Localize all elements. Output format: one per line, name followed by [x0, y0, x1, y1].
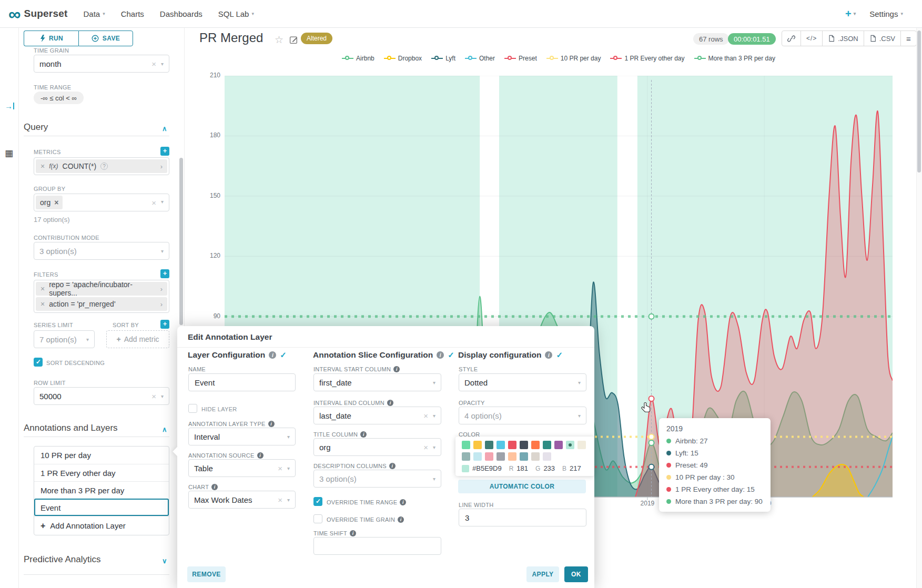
edit-properties-icon[interactable] — [289, 35, 298, 46]
nav-item-sql-lab[interactable]: SQL Lab▾ — [218, 9, 254, 18]
color-swatch[interactable] — [497, 452, 505, 461]
color-swatch[interactable] — [543, 441, 551, 449]
info-icon[interactable]: i — [268, 421, 275, 427]
color-swatch[interactable] — [543, 452, 551, 461]
legend-item[interactable]: Lyft — [431, 55, 455, 62]
name-input[interactable] — [188, 373, 296, 391]
altered-badge[interactable]: Altered — [301, 33, 332, 44]
add-metric-button[interactable]: + — [160, 147, 169, 156]
chevron-right-icon[interactable]: › — [160, 163, 163, 170]
panel-scrollbar[interactable] — [179, 158, 183, 325]
legend-item[interactable]: Preset — [504, 55, 537, 62]
color-swatch[interactable] — [462, 441, 470, 449]
annotation-layer-item[interactable]: Event — [34, 499, 169, 516]
row-limit-select[interactable]: 50000 ×▾ — [34, 387, 169, 405]
opacity-select[interactable]: 4 option(s) ▾ — [459, 407, 586, 424]
annotation-source-select[interactable]: Table ×▾ — [188, 459, 296, 477]
ok-button[interactable]: OK — [564, 566, 588, 582]
collapse-datapanel-icon[interactable]: → — [5, 102, 14, 110]
legend-item[interactable]: 10 PR per day — [546, 55, 601, 62]
color-swatch[interactable] — [554, 441, 563, 449]
more-options-button[interactable]: ≡ — [900, 31, 916, 46]
apply-button[interactable]: APPLY — [526, 566, 559, 582]
hex-value[interactable]: #B5E9D9 — [472, 464, 502, 472]
info-icon[interactable]: i — [350, 530, 356, 536]
info-icon[interactable]: i — [257, 452, 264, 459]
clear-icon[interactable]: × — [423, 443, 428, 451]
run-button[interactable]: RUN — [24, 31, 78, 46]
color-swatch[interactable] — [531, 452, 540, 461]
embed-code-button[interactable]: </> — [801, 31, 822, 46]
chart-select[interactable]: Max Work Dates ×▾ — [188, 491, 296, 509]
color-swatch[interactable] — [520, 441, 528, 449]
new-item-button[interactable]: + ▾ — [845, 8, 856, 20]
series-limit-select[interactable]: 7 option(s) ▾ — [34, 330, 95, 348]
legend-item[interactable]: 1 PR Every other day — [610, 55, 684, 62]
filter-pill[interactable]: ×repo = 'apache/incubator-supers...› — [36, 282, 167, 296]
add-sort-metric-button[interactable]: + — [160, 320, 169, 329]
info-icon[interactable]: i — [269, 351, 276, 359]
settings-menu[interactable]: Settings ▾ — [869, 9, 903, 18]
remove-filter-icon[interactable]: × — [40, 285, 45, 293]
override-time-range-checkbox[interactable] — [313, 497, 322, 506]
nav-item-charts[interactable]: Charts — [121, 9, 144, 18]
group-by-select[interactable]: org × × ▾ — [34, 194, 169, 211]
clear-icon[interactable]: × — [151, 60, 156, 68]
info-icon[interactable]: i — [398, 516, 404, 523]
title-column-select[interactable]: org ×▾ — [313, 438, 441, 456]
legend-item[interactable]: More than 3 PR per day — [694, 55, 775, 62]
info-icon[interactable]: i — [360, 431, 367, 438]
color-swatch[interactable] — [577, 441, 586, 449]
annotation-layer-item[interactable]: 10 PR per day — [34, 447, 169, 464]
brand-name[interactable]: Superset — [24, 8, 68, 19]
superset-logo-icon[interactable]: ∞ — [8, 5, 21, 23]
clear-icon[interactable]: × — [151, 199, 156, 207]
group-by-tag[interactable]: org × — [36, 196, 63, 209]
r-value[interactable]: 181 — [516, 464, 528, 472]
time-shift-input[interactable] — [313, 537, 441, 555]
info-icon[interactable]: i — [400, 499, 406, 505]
clear-icon[interactable]: × — [278, 496, 282, 504]
time-grain-select[interactable]: month ×▾ — [34, 55, 169, 73]
remove-button[interactable]: REMOVE — [187, 566, 226, 582]
clear-icon[interactable]: × — [151, 392, 156, 400]
clear-icon[interactable]: × — [423, 412, 428, 420]
g-value[interactable]: 233 — [543, 464, 555, 472]
info-icon[interactable]: i — [387, 400, 393, 406]
automatic-color-button[interactable]: AUTOMATIC COLOR — [458, 480, 586, 493]
color-swatch[interactable] — [497, 441, 505, 449]
clear-icon[interactable]: × — [278, 464, 282, 472]
copy-link-button[interactable] — [782, 31, 801, 46]
color-swatch[interactable] — [485, 452, 493, 461]
annotation-layer-item[interactable]: 1 PR Every other day — [34, 464, 169, 481]
filter-pill[interactable]: ×action = 'pr_merged'› — [36, 297, 167, 311]
chevron-right-icon[interactable]: › — [160, 285, 163, 293]
hide-layer-checkbox[interactable] — [188, 404, 197, 413]
collapse-section-icon[interactable]: ∧ — [162, 125, 167, 133]
chevron-right-icon[interactable]: › — [160, 300, 163, 308]
remove-metric-icon[interactable]: × — [40, 162, 45, 170]
interval-end-select[interactable]: last_date ×▾ — [313, 407, 441, 424]
info-icon[interactable]: i — [211, 484, 218, 490]
nav-item-dashboards[interactable]: Dashboards — [160, 9, 202, 18]
add-annotation-layer-button[interactable]: + Add Annotation Layer — [34, 516, 169, 535]
export-csv-button[interactable]: .CSV — [864, 31, 900, 46]
collapse-section-icon[interactable]: ∧ — [162, 425, 167, 433]
datasource-grid-icon[interactable]: ▦ — [5, 148, 13, 159]
info-icon[interactable]: i — [437, 351, 444, 359]
override-time-grain-checkbox[interactable] — [313, 514, 322, 523]
color-swatch[interactable] — [508, 452, 516, 461]
sort-descending-checkbox[interactable] — [34, 358, 43, 367]
favorite-star-icon[interactable]: ☆ — [275, 34, 283, 46]
save-button[interactable]: SAVE — [78, 31, 133, 46]
legend-item[interactable]: Dropbox — [384, 55, 422, 62]
legend-item[interactable]: Other — [465, 55, 495, 62]
export-json-button[interactable]: .JSON — [822, 31, 863, 46]
page-scrollbar-thumb[interactable] — [917, 31, 921, 173]
b-value[interactable]: 217 — [570, 464, 581, 472]
info-icon[interactable]: i — [545, 351, 552, 359]
expand-section-icon[interactable]: ∨ — [162, 557, 167, 565]
color-swatch[interactable] — [520, 452, 528, 461]
color-swatch[interactable] — [462, 452, 470, 461]
time-range-pill[interactable]: -∞ ≤ col < ∞ — [34, 92, 84, 104]
